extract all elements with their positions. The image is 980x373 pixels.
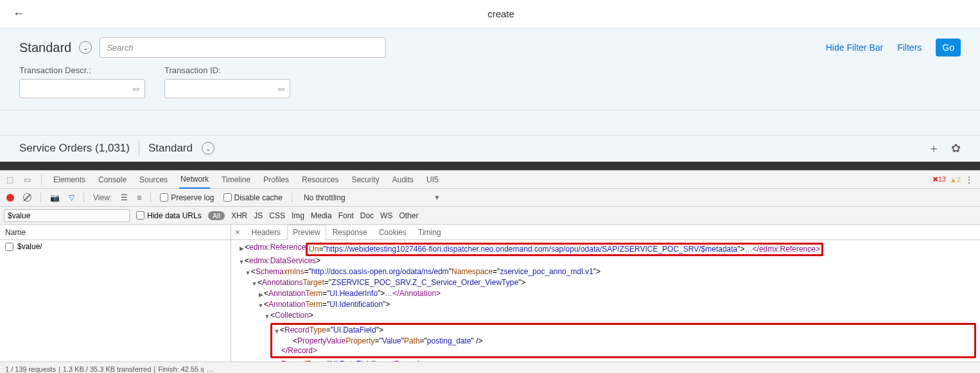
- filter-doc[interactable]: Doc: [360, 211, 374, 220]
- devtools-statusbar: 1 / 139 requests | 1.3 KB / 35.3 KB tran…: [0, 361, 980, 373]
- collapse-icon[interactable]: ▼: [264, 312, 270, 322]
- app-header: ← create: [0, 0, 980, 28]
- filter-ws[interactable]: WS: [380, 211, 392, 220]
- camera-icon[interactable]: 📷: [50, 193, 60, 202]
- xml-preview: ▶<edmx:Reference Uri="https://webidetest…: [231, 240, 980, 361]
- preserve-log-checkbox[interactable]: Preserve log: [160, 193, 214, 202]
- filter-other[interactable]: Other: [399, 211, 418, 220]
- disable-cache-input[interactable]: [223, 193, 232, 202]
- filter-all[interactable]: All: [208, 211, 225, 220]
- gear-icon[interactable]: ✿: [951, 141, 961, 155]
- throttling-select[interactable]: No throttling: [301, 192, 348, 204]
- value-help-icon[interactable]: ▫▫: [132, 83, 139, 94]
- tab-resources[interactable]: Resources: [301, 171, 340, 188]
- xml-node[interactable]: <PropertyValue Property="Value" Path="po…: [274, 336, 973, 346]
- large-rows-icon[interactable]: ☰: [121, 193, 128, 202]
- request-item[interactable]: $value/: [0, 240, 231, 253]
- xml-node[interactable]: ▼<Schema xmlns="http://docs.oasis-open.o…: [235, 267, 976, 278]
- tab-elements[interactable]: Elements: [52, 171, 87, 188]
- table-title: Service Orders (1,031): [19, 142, 130, 155]
- inspect-icon[interactable]: ⬚: [6, 175, 13, 184]
- go-button[interactable]: Go: [936, 39, 961, 56]
- transaction-id-input[interactable]: ▫▫: [164, 79, 290, 98]
- expand-icon[interactable]: ▶: [270, 361, 277, 361]
- page-title: create: [30, 8, 972, 19]
- xml-node[interactable]: ▼<Annotation Term="UI.Identification">: [235, 300, 976, 311]
- chevron-down-icon[interactable]: ▼: [434, 194, 441, 201]
- tab-response[interactable]: Response: [328, 225, 372, 239]
- separator: |: [58, 365, 60, 373]
- collapse-icon[interactable]: ▼: [245, 268, 251, 278]
- add-icon[interactable]: ＋: [928, 141, 940, 156]
- detail-tabs: × Headers Preview Response Cookies Timin…: [231, 225, 980, 240]
- hide-data-urls-checkbox[interactable]: Hide data URLs: [136, 211, 202, 220]
- hide-filter-bar-link[interactable]: Hide Filter Bar: [826, 42, 883, 53]
- xml-node[interactable]: </Record>: [274, 346, 973, 356]
- tab-audits[interactable]: Audits: [391, 171, 415, 188]
- disable-cache-checkbox[interactable]: Disable cache: [223, 193, 283, 202]
- clear-icon[interactable]: [23, 193, 31, 202]
- xml-node[interactable]: ▼<Record Type="UI.DataField">: [274, 325, 973, 336]
- tab-timeline[interactable]: Timeline: [220, 171, 252, 188]
- error-badge[interactable]: ✖13: [932, 175, 946, 184]
- collapse-icon[interactable]: ▼: [251, 279, 258, 289]
- status-finish: Finish: 42.55 s: [158, 365, 204, 373]
- expand-icon[interactable]: ▶: [238, 244, 245, 254]
- tab-profiles[interactable]: Profiles: [262, 171, 290, 188]
- hide-data-urls-input[interactable]: [136, 211, 144, 220]
- xml-node[interactable]: ▶<Annotation Term="UI.HeaderInfo">…</Ann…: [235, 289, 976, 300]
- value-help-icon[interactable]: ▫▫: [277, 83, 284, 94]
- xml-node[interactable]: ▶<Record Type="UI.DataField">…</Record>: [235, 360, 976, 361]
- small-rows-icon[interactable]: ≡: [137, 193, 141, 202]
- filter-font[interactable]: Font: [338, 211, 354, 220]
- search-input[interactable]: Search: [100, 37, 386, 58]
- status-transferred: 1.3 KB / 35.3 KB transferred: [63, 365, 152, 373]
- close-icon[interactable]: ×: [235, 227, 240, 237]
- status-requests: 1 / 139 requests: [5, 365, 56, 373]
- filter-icon[interactable]: ▽: [69, 193, 74, 202]
- tab-ui5[interactable]: UI5: [425, 171, 440, 188]
- request-checkbox[interactable]: [5, 243, 13, 251]
- warning-badge[interactable]: ▲2: [950, 176, 961, 184]
- request-header[interactable]: Name: [0, 225, 231, 240]
- transaction-descr-input[interactable]: ▫▫: [19, 79, 145, 98]
- tab-sources[interactable]: Sources: [138, 171, 169, 188]
- filters-link[interactable]: Filters: [897, 42, 922, 53]
- tab-headers[interactable]: Headers: [247, 225, 286, 239]
- tab-console[interactable]: Console: [97, 171, 128, 188]
- collapse-icon[interactable]: ▼: [238, 257, 245, 267]
- preserve-log-input[interactable]: [160, 193, 168, 202]
- separator: |: [153, 365, 155, 373]
- filter-img[interactable]: Img: [292, 211, 304, 220]
- separator: [40, 193, 41, 203]
- tab-timing[interactable]: Timing: [413, 225, 446, 239]
- filter-xhr[interactable]: XHR: [231, 211, 247, 220]
- filter-js[interactable]: JS: [254, 211, 263, 220]
- xml-node[interactable]: ▼<Collection>: [235, 311, 976, 322]
- back-arrow-icon[interactable]: ←: [8, 4, 30, 23]
- tab-network[interactable]: Network: [179, 171, 210, 189]
- xml-node[interactable]: ▶<edmx:Reference Uri="https://webidetest…: [235, 243, 976, 256]
- network-filterbar: Hide data URLs All XHR JS CSS Img Media …: [0, 207, 980, 225]
- detail-panel: × Headers Preview Response Cookies Timin…: [231, 225, 980, 361]
- field-label: Transaction ID:: [164, 65, 290, 75]
- expand-icon[interactable]: ▶: [258, 290, 264, 300]
- record-icon[interactable]: [6, 194, 14, 202]
- status-more: …: [207, 365, 214, 373]
- chevron-down-icon[interactable]: ⌄: [79, 41, 92, 54]
- tab-security[interactable]: Security: [350, 171, 380, 188]
- xml-node[interactable]: ▼<edmx:DataServices>: [235, 256, 976, 267]
- chevron-down-icon[interactable]: ⌄: [202, 142, 214, 155]
- view-label: View:: [93, 193, 112, 202]
- devtools-body: Name $value/ × Headers Preview Response …: [0, 225, 980, 361]
- tab-preview[interactable]: Preview: [287, 225, 326, 240]
- xml-node[interactable]: ▼<Annotations Target="ZSERVICE_POC_SRV.Z…: [235, 278, 976, 289]
- filter-css[interactable]: CSS: [269, 211, 285, 220]
- menu-icon[interactable]: ⋮: [965, 175, 974, 185]
- collapse-icon[interactable]: ▼: [258, 301, 264, 311]
- device-icon[interactable]: ▭: [24, 175, 31, 184]
- filter-input[interactable]: [4, 209, 130, 222]
- tab-cookies[interactable]: Cookies: [374, 225, 412, 239]
- collapse-icon[interactable]: ▼: [274, 327, 280, 336]
- filter-media[interactable]: Media: [311, 211, 332, 220]
